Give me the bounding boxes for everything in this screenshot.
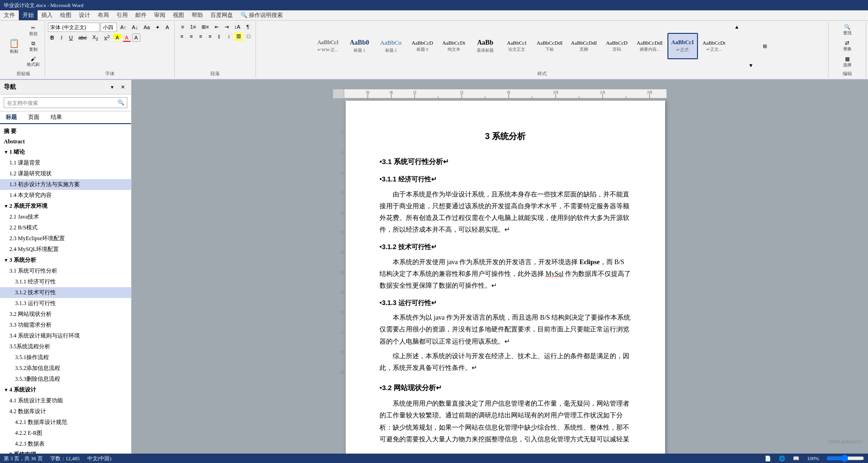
menu-help[interactable]: 帮助 — [188, 10, 207, 20]
align-left-button[interactable]: ≡ — [178, 32, 186, 40]
styles-scroll-down[interactable]: ▼ — [744, 61, 758, 70]
nav-collapse-button[interactable]: ▾ — [108, 83, 116, 91]
menu-references[interactable]: 引用 — [113, 10, 132, 20]
nav-item-ch4-2[interactable]: 4.2 数据库设计 — [0, 406, 131, 417]
nav-item-ch1[interactable]: ▼1 绪论 — [0, 147, 131, 157]
border-button[interactable]: □ — [244, 32, 253, 40]
nav-item-ch2-2[interactable]: 2.2 B/S模式 — [0, 222, 131, 233]
nav-item-ch3-3[interactable]: 3.3 功能需求分析 — [0, 320, 131, 330]
style-formal[interactable]: AaBbCcI ↵正式 — [667, 33, 698, 59]
nav-item-ch3-5-3[interactable]: 3.5.3删除信息流程 — [0, 374, 131, 385]
menu-layout[interactable]: 布局 — [94, 10, 113, 20]
style-pagenum[interactable]: AaBbCcD 页码 — [602, 33, 632, 59]
nav-item-ch3-1-3[interactable]: 3.1.3 运行可行性 — [0, 298, 131, 309]
menu-home[interactable]: 开始 — [19, 10, 38, 20]
zoom-slider[interactable] — [827, 455, 864, 462]
nav-item-abstract-en[interactable]: Abstract — [0, 137, 131, 147]
format-painter-button[interactable]: 🖌 格式刷 — [24, 55, 42, 69]
styles-more[interactable]: ⊞ — [759, 42, 772, 51]
styles-scroll-up[interactable]: ▲ — [730, 23, 744, 31]
superscript-button[interactable]: X2 — [101, 33, 112, 42]
style-footer[interactable]: AaBbCcDdI 页脚 — [567, 33, 601, 59]
cut-button[interactable]: ✂ 剪切 — [24, 24, 42, 39]
nav-item-ch3-1[interactable]: 3.1 系统可行性分析 — [0, 266, 131, 276]
menu-review[interactable]: 审阅 — [150, 10, 169, 20]
nav-item-ch2[interactable]: ▼2 系统开发环境 — [0, 201, 131, 212]
menu-mailings[interactable]: 邮件 — [132, 10, 150, 20]
menu-baidu[interactable]: 百度网盘 — [207, 10, 237, 20]
font-size-input[interactable] — [101, 23, 117, 32]
line-spacing-button[interactable]: ↕ — [225, 32, 233, 40]
nav-item-ch2-1[interactable]: 2.1 Java技术 — [0, 212, 131, 222]
align-right-button[interactable]: ≡ — [196, 32, 205, 40]
nav-item-ch3-5[interactable]: 3.5系统流程分析 — [0, 341, 131, 352]
replace-button[interactable]: ⇄ 替换 — [841, 39, 854, 54]
status-zoom[interactable]: 100% — [807, 455, 819, 461]
copy-button[interactable]: ⧉ 复制 — [24, 39, 42, 54]
nav-tab-headings[interactable]: 标题 — [0, 111, 23, 124]
style-wwzheng[interactable]: AaBbCcI ↵WW-正... — [313, 33, 343, 59]
style-heading9[interactable]: AaBbCcD 标题 9 — [407, 33, 438, 59]
increase-font-button[interactable]: A↑ — [118, 23, 129, 31]
text-highlight-button[interactable]: A — [113, 33, 122, 42]
select-button[interactable]: ▦ 选择 — [841, 55, 854, 70]
bold-button[interactable]: B — [48, 33, 56, 42]
menu-file[interactable]: 文件 — [0, 10, 19, 20]
style-plaintext[interactable]: AaBbCcDt 纯文本 — [439, 33, 469, 59]
font-color-button[interactable]: A — [123, 33, 131, 42]
style-subscript[interactable]: AaBbCcDdI 下标 — [533, 33, 566, 59]
show-marks-button[interactable]: ¶ — [244, 23, 252, 31]
justify-button[interactable]: ≡ — [206, 32, 214, 40]
increase-indent-button[interactable]: ⇥ — [222, 23, 231, 31]
nav-item-ch3-5-1[interactable]: 3.5.1操作流程 — [0, 352, 131, 363]
nav-item-ch3-5-2[interactable]: 3.5.2添加信息流程 — [0, 363, 131, 374]
style-normal-text[interactable]: AaBbCcDt ↵正文... — [699, 33, 729, 59]
italic-button[interactable]: I — [57, 33, 66, 42]
style-heading1[interactable]: AaBb0 标题 1 — [344, 33, 375, 59]
nav-tab-pages[interactable]: 页面 — [23, 111, 45, 124]
nav-item-ch4-2-3[interactable]: 4.2.3 数据表 — [0, 439, 131, 449]
status-view-web[interactable]: 🌐 — [779, 455, 785, 462]
menu-draw[interactable]: 绘图 — [56, 10, 75, 20]
nav-item-ch4-2-1[interactable]: 4.2.1 数据库设计规范 — [0, 417, 131, 428]
status-view-read[interactable]: 📖 — [793, 455, 799, 462]
paste-button[interactable]: 📋 粘贴 — [5, 36, 23, 57]
underline-button[interactable]: U — [67, 33, 75, 42]
decrease-indent-button[interactable]: ⇤ — [212, 23, 221, 31]
doc-area[interactable]: |6| |4| |2| |2| |6| |10| |14| — [132, 80, 868, 454]
unordered-list-button[interactable]: ≡ — [178, 23, 187, 31]
document-page[interactable]: 3 系统分析 •3.1 系统可行性分析↵ •3.1.1 经济可行性↵ 由于本系统… — [346, 101, 665, 454]
nav-item-ch4[interactable]: ▼4 系统设计 — [0, 385, 131, 395]
multilevel-list-button[interactable]: ⊞≡ — [199, 23, 211, 31]
nav-item-ch1-1[interactable]: 1.1 课题背景 — [0, 157, 131, 168]
change-case-button[interactable]: Aa — [141, 23, 152, 31]
text-effects-button[interactable]: A — [163, 23, 171, 31]
nav-search-icon[interactable]: 🔍 — [115, 98, 127, 108]
nav-search-input[interactable] — [4, 99, 115, 107]
nav-item-ch3-2[interactable]: 3.2 网站现状分析 — [0, 309, 131, 320]
nav-item-ch4-1[interactable]: 4.1 系统设计主要功能 — [0, 395, 131, 406]
nav-item-ch3-1-1[interactable]: 3.1.1 经济可行性 — [0, 276, 131, 287]
nav-item-abstract[interactable]: 摘 要 — [0, 126, 131, 137]
style-abstract-content[interactable]: AaBbCcDdI 摘要内容... — [633, 33, 666, 59]
menu-insert[interactable]: 插入 — [38, 10, 56, 20]
decrease-font-button[interactable]: A↓ — [130, 23, 140, 31]
nav-item-ch2-3[interactable]: 2.3 MyEclipse环境配置 — [0, 233, 131, 244]
style-thesis-body[interactable]: AaBbCcI 论文正文 — [502, 33, 532, 59]
nav-item-ch1-4[interactable]: 1.4 本文研究内容 — [0, 190, 131, 201]
menu-view[interactable]: 视图 — [169, 10, 188, 20]
nav-item-ch1-3[interactable]: 1.3 初步设计方法与实施方案 — [0, 179, 131, 190]
nav-item-ch1-2[interactable]: 1.2 课题研究现状 — [0, 168, 131, 179]
char-border-button[interactable]: A — [132, 33, 140, 42]
ordered-list-button[interactable]: 1≡ — [188, 23, 199, 31]
nav-item-ch2-4[interactable]: 2.4 MySQL环境配置 — [0, 244, 131, 255]
subscript-button[interactable]: X2 — [90, 33, 101, 42]
style-baseheading[interactable]: AaBb 基准标题 — [470, 33, 501, 59]
clear-format-button[interactable]: ✦ — [153, 23, 162, 31]
nav-item-ch3[interactable]: ▼3 系统分析 — [0, 255, 131, 266]
nav-item-ch3-4[interactable]: 3.4 系统设计规则与运行环境 — [0, 330, 131, 341]
style-heading2[interactable]: AaBbCo 标题 2 — [376, 33, 406, 59]
nav-close-button[interactable]: ✕ — [118, 83, 127, 91]
find-button[interactable]: 🔍 查找 — [841, 23, 854, 38]
strikethrough-button[interactable]: abc — [76, 33, 89, 42]
